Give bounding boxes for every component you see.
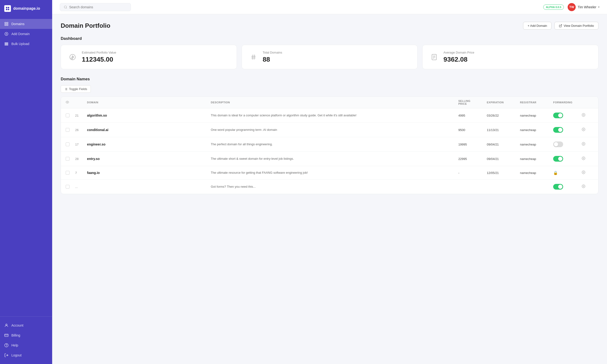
row-checkbox[interactable] bbox=[66, 157, 69, 161]
td-checkbox[interactable] bbox=[66, 185, 75, 189]
gear-icon[interactable] bbox=[582, 128, 585, 131]
svg-line-22 bbox=[560, 25, 562, 26]
sidebar-logout-label: Logout bbox=[11, 353, 22, 357]
forwarding-toggle[interactable] bbox=[553, 184, 582, 190]
sidebar-item-bulk-upload[interactable]: Bulk Upload bbox=[0, 39, 52, 49]
sidebar-help-label: Help bbox=[11, 343, 18, 347]
td-forwarding: 🔒 bbox=[553, 171, 582, 175]
forwarding-toggle[interactable] bbox=[553, 156, 582, 162]
gear-icon[interactable] bbox=[582, 170, 585, 174]
td-domain: faang.io bbox=[87, 171, 211, 175]
dollar-icon bbox=[67, 52, 78, 62]
svg-rect-0 bbox=[6, 7, 7, 8]
sidebar-item-add-domain[interactable]: Add Domain bbox=[0, 29, 52, 39]
svg-line-27 bbox=[254, 54, 254, 60]
toggle-fields-button[interactable]: Toggle Fields bbox=[61, 85, 91, 93]
sidebar-nav: Domains Add Domain Bulk Upload bbox=[0, 17, 52, 316]
row-checkbox[interactable] bbox=[66, 143, 69, 146]
sidebar-item-billing[interactable]: Billing bbox=[0, 330, 52, 340]
row-checkbox[interactable] bbox=[66, 114, 69, 117]
stat-card-portfolio-value: Estimated Portfolio Value 112345.00 bbox=[61, 45, 237, 69]
alpha-badge: ALPHA 0.0.5 bbox=[543, 4, 564, 10]
user-name: Tim Wheeler bbox=[578, 5, 596, 9]
svg-rect-7 bbox=[7, 25, 8, 26]
gear-icon[interactable] bbox=[582, 142, 585, 146]
page-header: Domain Portfolio + Add Domain View Domai… bbox=[61, 22, 598, 30]
td-checkbox[interactable] bbox=[66, 143, 75, 146]
gear-icon[interactable] bbox=[582, 184, 585, 188]
td-actions[interactable] bbox=[582, 128, 594, 132]
td-description: This domain is ideal for a computer scie… bbox=[211, 113, 458, 118]
logo-icon bbox=[4, 5, 11, 12]
td-actions[interactable] bbox=[582, 142, 594, 147]
td-description: Got forms? Then you need this... bbox=[211, 184, 458, 189]
td-num: 17 bbox=[75, 143, 87, 146]
stats-grid: Estimated Portfolio Value 112345.00 bbox=[61, 45, 598, 69]
td-domain: algorithm.so bbox=[87, 114, 211, 117]
search-box[interactable] bbox=[60, 3, 131, 11]
svg-line-21 bbox=[66, 8, 67, 8]
td-forwarding bbox=[553, 142, 582, 147]
td-domain: engineer.so bbox=[87, 143, 211, 146]
row-checkbox[interactable] bbox=[66, 171, 69, 175]
stat-info-avg-price: Average Domain Price 9362.08 bbox=[443, 51, 474, 63]
sidebar-domains-label: Domains bbox=[11, 22, 25, 26]
sidebar-billing-label: Billing bbox=[11, 333, 20, 337]
svg-point-41 bbox=[583, 143, 584, 144]
td-actions[interactable] bbox=[582, 113, 594, 118]
td-description: The perfect domain for all things engine… bbox=[211, 142, 458, 147]
td-num: 21 bbox=[75, 114, 87, 117]
brand-name: domainpage.io bbox=[13, 6, 40, 11]
gear-icon[interactable] bbox=[582, 113, 585, 117]
header-actions: + Add Domain View Domain Portfolio bbox=[523, 22, 598, 30]
eye-column-icon bbox=[66, 101, 69, 104]
svg-point-18 bbox=[6, 346, 7, 346]
td-actions[interactable] bbox=[582, 184, 594, 189]
td-expiration: 12/05/21 bbox=[487, 171, 520, 175]
svg-point-44 bbox=[583, 186, 584, 187]
table-row: 26 conditional.ai One-word popular progr… bbox=[61, 123, 598, 137]
td-registrar: namecheap bbox=[520, 128, 553, 132]
td-checkbox[interactable] bbox=[66, 171, 75, 175]
td-forwarding bbox=[553, 184, 582, 190]
search-icon bbox=[64, 5, 67, 9]
svg-rect-1 bbox=[8, 7, 9, 8]
user-avatar: TW bbox=[568, 3, 576, 11]
search-input[interactable] bbox=[69, 5, 127, 9]
row-checkbox[interactable] bbox=[66, 128, 69, 132]
td-domain: conditional.ai bbox=[87, 128, 211, 132]
sidebar-item-help[interactable]: Help bbox=[0, 340, 52, 350]
svg-rect-3 bbox=[8, 9, 9, 10]
td-description: The ultimate resource for getting that F… bbox=[211, 170, 458, 175]
add-domain-button[interactable]: + Add Domain bbox=[523, 22, 552, 30]
td-checkbox[interactable] bbox=[66, 128, 75, 132]
forwarding-toggle[interactable] bbox=[553, 113, 582, 118]
svg-rect-6 bbox=[5, 25, 6, 26]
view-portfolio-button[interactable]: View Domain Portfolio bbox=[554, 22, 598, 30]
receipt-icon bbox=[429, 52, 439, 62]
td-forwarding bbox=[553, 127, 582, 133]
stat-value-total-domains: 88 bbox=[263, 56, 282, 63]
sidebar-item-logout[interactable]: Logout bbox=[0, 350, 52, 360]
domain-names-section: Domain Names Toggle Fields bbox=[61, 77, 598, 194]
stat-label-total-domains: Total Domains bbox=[263, 51, 282, 54]
td-checkbox[interactable] bbox=[66, 114, 75, 117]
table-row: 17 engineer.so The perfect domain for al… bbox=[61, 137, 598, 152]
gear-icon[interactable] bbox=[582, 156, 585, 160]
td-expiration: 11/13/21 bbox=[487, 128, 520, 132]
th-description: DESCRIPTION bbox=[211, 101, 458, 104]
td-expiration: 03/26/22 bbox=[487, 114, 520, 117]
row-checkbox[interactable] bbox=[66, 185, 69, 189]
chevron-down-icon: ▾ bbox=[598, 6, 599, 8]
td-actions[interactable] bbox=[582, 170, 594, 175]
forwarding-toggle[interactable] bbox=[553, 142, 582, 147]
forwarding-toggle[interactable] bbox=[553, 127, 582, 133]
svg-point-43 bbox=[583, 172, 584, 173]
sidebar-item-account[interactable]: Account bbox=[0, 320, 52, 330]
td-checkbox[interactable] bbox=[66, 157, 75, 161]
sidebar-item-domains[interactable]: Domains bbox=[0, 19, 52, 29]
td-expiration: 09/04/21 bbox=[487, 157, 520, 161]
domain-table: DOMAIN DESCRIPTION SELLINGPRICE EXPIRATI… bbox=[61, 96, 598, 194]
user-menu[interactable]: TW Tim Wheeler ▾ bbox=[568, 3, 599, 11]
td-actions[interactable] bbox=[582, 156, 594, 161]
